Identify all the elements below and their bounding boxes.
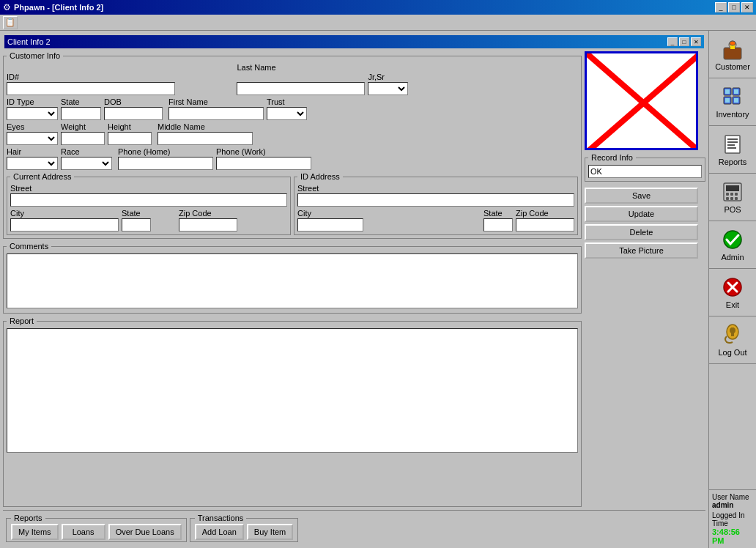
id-address-fieldset: ID Address Street City <box>294 172 578 235</box>
weight-input[interactable] <box>61 132 105 145</box>
record-status-input <box>588 165 702 178</box>
comments-fieldset: Comments <box>3 242 582 314</box>
title-bar: ⚙ Phpawn - [Client Info 2] _ □ ✕ <box>0 0 756 15</box>
current-city-label: City <box>10 209 119 218</box>
eyes-select[interactable] <box>7 132 58 145</box>
last-name-label: Last Name <box>237 63 578 72</box>
dob-label: DOB <box>104 97 163 106</box>
save-button[interactable]: Save <box>585 188 698 204</box>
main-container: Client Info 2 _ □ ✕ Customer Info <box>0 31 756 548</box>
phone-home-input[interactable] <box>118 157 213 170</box>
eyes-label: Eyes <box>7 122 58 131</box>
trust-label: Trust <box>267 97 307 106</box>
current-zip-label: Zip Code <box>179 209 287 218</box>
inner-close-btn[interactable]: ✕ <box>691 37 701 46</box>
my-items-button[interactable]: My Items <box>11 524 59 540</box>
svg-rect-16 <box>727 141 738 143</box>
record-info-legend: Record Info <box>588 153 636 162</box>
id-input[interactable] <box>7 82 175 95</box>
id-type-select[interactable] <box>7 107 58 120</box>
maximize-button[interactable]: □ <box>728 2 740 12</box>
jr-sr-select[interactable]: JrSrIIIII <box>368 82 408 95</box>
report-fieldset: Report <box>3 316 582 507</box>
inner-minimize-btn[interactable]: _ <box>667 37 678 46</box>
exit-label: Exit <box>726 300 739 309</box>
sidebar-item-customer[interactable]: Customer <box>709 31 756 78</box>
sidebar: Customer Inventory <box>708 31 756 548</box>
current-street-input[interactable] <box>10 193 287 207</box>
take-picture-button[interactable]: Take Picture <box>585 242 698 259</box>
app-icon: ⚙ <box>3 2 11 12</box>
sidebar-item-exit[interactable]: Exit <box>709 269 756 316</box>
svg-rect-25 <box>730 197 733 200</box>
svg-rect-22 <box>730 193 733 196</box>
svg-rect-13 <box>734 98 738 103</box>
id-city-label: City <box>297 209 481 218</box>
current-address-fieldset: Current Address Street City <box>7 172 291 235</box>
hair-label: Hair <box>7 147 58 156</box>
last-name-input[interactable] <box>237 82 365 95</box>
svg-rect-20 <box>726 185 739 191</box>
reports-icon <box>721 133 744 156</box>
id-street-input[interactable] <box>297 193 574 207</box>
id-zip-input[interactable] <box>516 218 574 232</box>
buy-item-button[interactable]: Buy Item <box>247 524 293 540</box>
delete-button[interactable]: Delete <box>585 224 698 240</box>
comments-textarea[interactable] <box>7 253 578 308</box>
logged-in-label: Logged In Time <box>712 511 753 527</box>
svg-rect-26 <box>735 197 738 200</box>
sidebar-item-pos[interactable]: POS <box>709 174 756 221</box>
logout-icon <box>721 323 744 347</box>
height-input[interactable] <box>108 132 152 145</box>
middle-name-input[interactable] <box>158 132 253 145</box>
svg-point-5 <box>730 41 735 45</box>
toolbar-icon: 📋 <box>3 16 18 29</box>
current-zip-input[interactable] <box>179 218 237 232</box>
dob-input[interactable] <box>104 107 163 120</box>
sidebar-item-logout[interactable]: Log Out <box>709 316 756 364</box>
close-button[interactable]: ✕ <box>741 2 753 12</box>
record-buttons: Save Update Delete Take Picture <box>585 188 705 259</box>
svg-rect-21 <box>726 193 729 196</box>
svg-rect-10 <box>725 89 730 94</box>
reports-legend: Reports <box>11 514 45 522</box>
current-state-input[interactable] <box>122 218 151 232</box>
phone-home-label: Phone (Home) <box>118 147 213 156</box>
logout-label: Log Out <box>718 348 746 357</box>
current-city-input[interactable] <box>10 218 119 232</box>
svg-line-0 <box>587 53 696 148</box>
state-input-1[interactable] <box>61 107 101 120</box>
sidebar-item-inventory[interactable]: Inventory <box>709 78 756 126</box>
svg-rect-24 <box>726 197 729 200</box>
id-state-label: State <box>483 209 513 218</box>
username-label: User Name <box>712 493 753 501</box>
menu-bar: 📋 <box>0 15 756 31</box>
reports-fieldset: Reports My Items Loans Over Due Loans <box>6 514 187 542</box>
record-info-fieldset: Record Info <box>585 153 705 182</box>
client-info-legend: Customer Info <box>7 51 63 60</box>
over-due-loans-button[interactable]: Over Due Loans <box>108 524 182 540</box>
trust-select[interactable]: YesNo <box>267 107 307 120</box>
hair-select[interactable] <box>7 157 58 170</box>
race-select[interactable] <box>61 157 112 170</box>
id-zip-label: Zip Code <box>516 209 574 218</box>
add-loan-button[interactable]: Add Loan <box>195 524 244 540</box>
reports-label: Reports <box>719 158 747 166</box>
content-area: Client Info 2 _ □ ✕ Customer Info <box>0 31 708 548</box>
sidebar-item-reports[interactable]: Reports <box>709 126 756 174</box>
race-label: Race <box>61 147 112 156</box>
svg-rect-15 <box>727 138 738 140</box>
id-type-label: ID Type <box>7 97 58 106</box>
first-name-input[interactable] <box>168 107 264 120</box>
update-button[interactable]: Update <box>585 206 698 222</box>
minimize-button[interactable]: _ <box>715 2 727 12</box>
svg-rect-17 <box>727 144 735 146</box>
loans-button[interactable]: Loans <box>62 524 105 540</box>
id-city-input[interactable] <box>297 218 363 232</box>
sidebar-item-admin[interactable]: Admin <box>709 221 756 269</box>
person-icon <box>721 37 744 61</box>
id-state-input[interactable] <box>483 218 513 232</box>
id-label: ID# <box>7 73 234 81</box>
phone-work-input[interactable] <box>216 157 311 170</box>
inner-restore-btn[interactable]: □ <box>679 37 689 46</box>
